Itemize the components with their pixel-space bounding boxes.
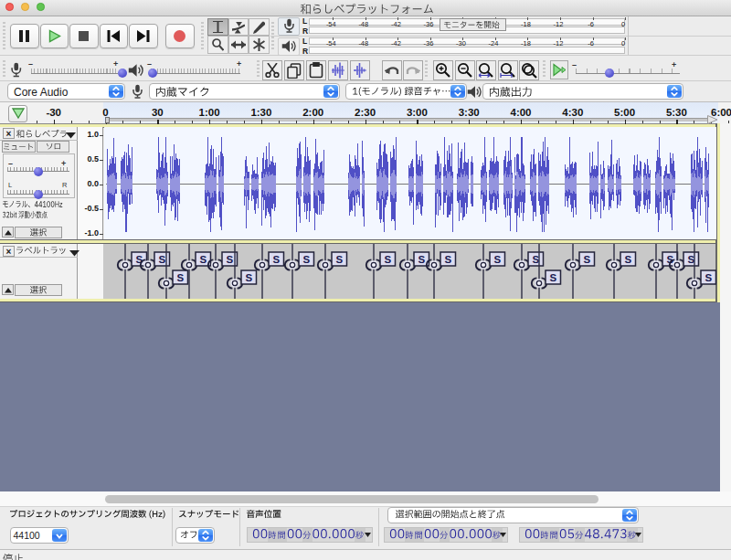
svg-text:S: S [272,254,280,265]
svg-text:S: S [705,272,712,283]
svg-text:S: S [444,254,451,265]
svg-text:S: S [493,254,501,265]
svg-text:S: S [532,254,539,265]
svg-text:S: S [158,254,165,265]
svg-text:S: S [176,272,184,283]
svg-text:S: S [302,254,310,265]
svg-text:S: S [135,254,143,265]
svg-text:S: S [199,254,207,265]
svg-text:S: S [687,254,694,265]
svg-text:S: S [245,272,252,283]
svg-text:S: S [418,254,425,265]
svg-text:S: S [583,254,590,265]
svg-text:S: S [384,254,391,265]
svg-text:S: S [226,254,233,265]
svg-text:S: S [335,254,343,265]
svg-text:S: S [549,272,556,283]
svg-text:S: S [624,254,631,265]
